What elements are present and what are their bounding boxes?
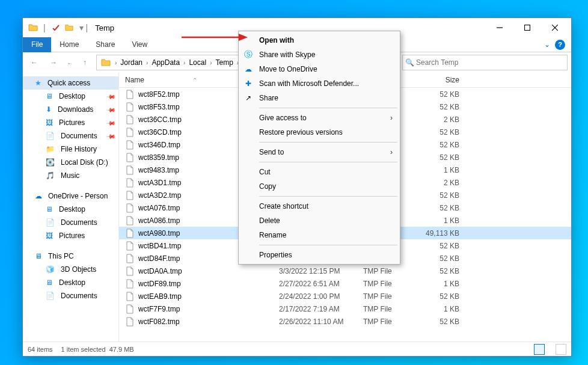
chevron-right-icon[interactable]: › — [210, 60, 212, 66]
view-details-button[interactable] — [534, 344, 545, 355]
sidebar-item[interactable]: 📄Documents — [23, 216, 118, 229]
file-size: 52 KB — [417, 292, 465, 301]
chevron-right-icon: › — [390, 148, 393, 156]
file-size: 52 KB — [417, 242, 465, 250]
quick-save-icon[interactable] — [51, 23, 61, 32]
ctx-give-access[interactable]: Give access to› — [240, 111, 399, 125]
ctx-skype[interactable]: ⓈShare with Skype — [240, 48, 399, 62]
crumb-2[interactable]: Local — [188, 58, 207, 67]
titlebar-sep2: ▾ | — [79, 23, 88, 32]
sidebar-item-icon: 🖥 — [46, 278, 53, 287]
sidebar-item[interactable]: 📄Documents📌 — [23, 129, 118, 143]
ctx-onedrive[interactable]: ☁Move to OneDrive — [240, 62, 399, 76]
view-large-button[interactable] — [556, 344, 566, 355]
chevron-right-icon[interactable]: › — [115, 60, 117, 66]
file-icon — [125, 140, 135, 150]
sidebar-item[interactable]: 🎵Music — [23, 169, 118, 182]
sidebar-item[interactable]: 🖥Desktop📌 — [23, 90, 118, 103]
file-name: wct8F53.tmp — [138, 103, 180, 111]
file-icon — [125, 216, 135, 225]
file-icon — [125, 241, 135, 251]
file-icon — [125, 292, 135, 301]
file-name: wctEAB9.tmp — [138, 292, 182, 301]
sidebar: ★ Quick access 🖥Desktop📌⬇Downloads📌🖼Pict… — [23, 73, 119, 342]
file-name: wctA086.tmp — [138, 216, 180, 225]
ctx-defender[interactable]: ✚Scan with Microsoft Defender... — [240, 76, 399, 91]
sidebar-item[interactable]: 🖼Pictures📌 — [23, 116, 118, 129]
search-box[interactable]: 🔍 — [402, 55, 568, 70]
ctx-share[interactable]: ↗Share — [240, 91, 399, 105]
sidebar-item[interactable]: 💽Local Disk (D:) — [23, 156, 118, 169]
file-date: 2/17/2022 7:19 AM — [279, 305, 363, 313]
crumb-3[interactable]: Temp — [214, 58, 234, 67]
file-icon — [125, 254, 135, 263]
ctx-delete[interactable]: Delete — [240, 213, 399, 228]
file-icon — [125, 153, 135, 162]
file-icon — [125, 279, 135, 289]
chevron-right-icon[interactable]: › — [183, 60, 185, 66]
file-size: 1 KB — [417, 305, 465, 313]
crumb-1[interactable]: AppData — [150, 58, 181, 67]
cloud-icon: ☁ — [243, 64, 253, 74]
minimize-button[interactable] — [486, 18, 513, 37]
ribbon-file-tab[interactable]: File — [23, 37, 51, 52]
up-button[interactable]: ↑ — [77, 55, 93, 70]
statusbar: 64 items 1 item selected 47.9 MB — [23, 342, 571, 356]
file-icon — [125, 317, 135, 327]
ribbon-home-tab[interactable]: Home — [51, 37, 87, 52]
sidebar-item[interactable]: 📁File History — [23, 143, 118, 156]
sidebar-item[interactable]: ⬇Downloads📌 — [23, 103, 118, 116]
table-row[interactable]: wctF082.tmp2/26/2022 11:10 AMTMP File52 … — [119, 315, 571, 328]
table-row[interactable]: wctDF89.tmp2/27/2022 6:51 AMTMP File1 KB — [119, 277, 571, 290]
file-name: wct346D.tmp — [138, 141, 180, 149]
sidebar-item[interactable]: 🖼Pictures — [23, 229, 118, 242]
ctx-open-with[interactable]: Open with — [240, 33, 399, 48]
sidebar-item-icon: 🖥 — [46, 205, 53, 213]
maximize-button[interactable] — [513, 18, 541, 37]
ctx-shortcut[interactable]: Create shortcut — [240, 199, 399, 213]
sidebar-item[interactable]: 🧊3D Objects — [23, 263, 118, 276]
close-button[interactable] — [541, 18, 569, 37]
file-name: wctDF89.tmp — [138, 280, 181, 288]
ctx-restore[interactable]: Restore previous versions — [240, 125, 399, 140]
recent-dropdown[interactable]: ⌄ — [65, 55, 73, 70]
ctx-cut[interactable]: Cut — [240, 165, 399, 179]
search-input[interactable] — [403, 55, 567, 70]
sidebar-item[interactable]: 🖥Desktop — [23, 203, 118, 216]
sidebar-this-pc[interactable]: 🖥 This PC — [23, 250, 118, 263]
file-size: 52 KB — [417, 317, 465, 326]
table-row[interactable]: wctEAB9.tmp2/24/2022 1:00 PMTMP File52 K… — [119, 290, 571, 302]
sidebar-item-icon: 🖼 — [46, 118, 53, 127]
help-icon[interactable]: ? — [555, 40, 565, 50]
sort-indicator-icon: ⌃ — [192, 77, 197, 84]
ribbon-share-tab[interactable]: Share — [87, 37, 123, 52]
sidebar-item-icon: 💽 — [46, 158, 55, 167]
file-size: 2 KB — [417, 179, 465, 187]
file-type: TMP File — [363, 267, 417, 275]
crumb-0[interactable]: Jordan — [119, 58, 144, 67]
file-size: 52 KB — [417, 90, 465, 99]
sidebar-quick-access[interactable]: ★ Quick access — [23, 76, 118, 90]
column-size[interactable]: Size — [417, 76, 465, 84]
folder-small-icon[interactable] — [64, 23, 74, 32]
file-name: wct36CC.tmp — [138, 115, 182, 124]
ctx-properties[interactable]: Properties — [240, 248, 399, 262]
sidebar-item[interactable]: 📄Documents — [23, 289, 118, 302]
sidebar-item-icon: 📄 — [46, 218, 55, 227]
ctx-rename[interactable]: Rename — [240, 228, 399, 242]
titlebar-sep: | — [43, 23, 46, 32]
file-size: 52 KB — [417, 153, 465, 162]
sidebar-item-icon: ⬇ — [46, 105, 52, 114]
sidebar-onedrive[interactable]: ☁ OneDrive - Person — [23, 189, 118, 203]
file-size: 52 KB — [417, 267, 465, 275]
forward-button[interactable]: → — [46, 55, 61, 70]
table-row[interactable]: wctDA0A.tmp3/3/2022 12:15 PMTMP File52 K… — [119, 265, 571, 277]
sidebar-item[interactable]: 🖥Desktop — [23, 276, 118, 289]
chevron-right-icon[interactable]: › — [146, 60, 148, 66]
ribbon-collapse-icon[interactable]: ⌄ — [544, 40, 550, 49]
ribbon-view-tab[interactable]: View — [123, 37, 156, 52]
back-button[interactable]: ← — [26, 55, 42, 70]
ctx-send-to[interactable]: Send to› — [240, 145, 399, 159]
ctx-copy[interactable]: Copy — [240, 179, 399, 194]
table-row[interactable]: wctF7F9.tmp2/17/2022 7:19 AMTMP File1 KB — [119, 302, 571, 315]
